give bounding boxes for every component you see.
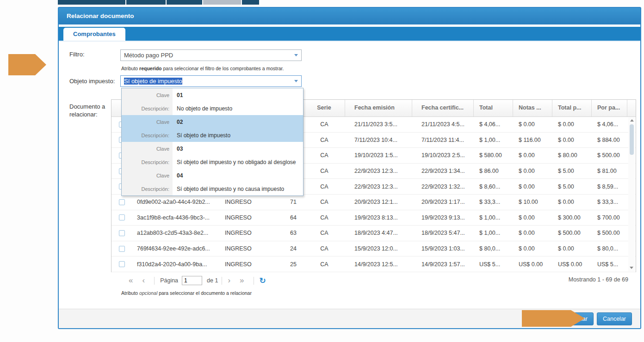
table-row[interactable]: f310d2a4-2020-4a00-9ba...INGRESO25CA14/9… [111,256,636,272]
table-row[interactable]: 769f4634-92ee-492e-adc6...INGRESO24CA15/… [111,241,636,257]
objeto-impuesto-option[interactable]: Clave01Descripción:No objeto de impuesto [122,88,303,115]
option-field-label: Clave [122,115,173,128]
cell-fecha_emision: 15/9/2023 12:0... [345,245,412,252]
page-input[interactable] [182,276,202,285]
option-field-label: Clave [122,88,173,102]
refresh-icon[interactable]: ↻ [260,276,266,286]
cell-notas: $ 116.00 [513,137,552,143]
cell-uuid: 0fd9e002-a2a0-44c4-92b2... [132,199,220,205]
option-field-label: Descripción: [122,102,173,115]
documento-help-text: Atributo opcional para seleccionar el do… [121,290,252,296]
scrollbar-up-icon[interactable] [630,119,634,122]
cell-notas: $ 0.00 [513,152,552,159]
cell-notas: $ 0.00 [513,121,552,128]
option-field-label: Clave [122,169,173,182]
screen: Relacionar documento Comprobantes Filtro… [0,0,644,342]
prev-page-button[interactable]: ‹ [142,276,145,285]
table-row[interactable]: 0fd9e002-a2a0-44c4-92b2...INGRESO71CA20/… [111,195,636,210]
objeto-impuesto-combobox[interactable]: Sí objeto de impuesto [120,75,302,87]
header-cell[interactable]: Serie [303,100,345,116]
header-cell[interactable]: Por pa... [592,100,627,116]
background-tab-segment [167,0,202,5]
option-field-label: Descripción: [122,182,173,195]
cell-fecha_emision: 22/9/2023 12:3... [345,183,412,190]
table-row[interactable]: 3ac1f9b8-ecfa-4436-9bc3-...INGRESO64CA19… [111,210,636,226]
cell-tipo: INGRESO [220,214,266,221]
option-row: Clave03 [122,142,303,155]
cell-total_pagado: $ 5.00 [552,183,592,190]
chevron-down-icon[interactable] [291,76,301,86]
cell-checkbox [111,214,132,220]
option-clave-value: 02 [173,119,183,125]
cell-fecha_emision: 19/10/2023 1:5... [345,152,412,159]
scrollbar-thumb[interactable] [630,124,634,155]
cell-fecha_emision: 20/9/2023 12:1... [345,199,412,205]
option-descripcion-value: Sí objeto de impuesto [173,132,230,139]
cell-total: $ 580.00 [474,152,513,159]
last-page-button[interactable]: » [240,276,244,285]
scrollbar-down-icon[interactable] [630,267,633,269]
cell-notas: $ 0.00 [513,183,552,190]
filtro-combobox[interactable]: Método pago PPD [120,49,302,61]
cell-serie: CA [303,183,345,190]
tab-comprobantes[interactable]: Comprobantes [63,28,125,41]
objeto-impuesto-option[interactable]: Clave03Descripción:Sí objeto del impuest… [122,142,303,169]
cell-serie: CA [303,199,345,205]
cell-uuid: f310d2a4-2020-4a00-9ba... [132,261,220,268]
header-cell[interactable]: Fecha certific... [412,100,474,116]
cell-serie: CA [303,168,345,174]
option-row: Descripción:No objeto de impuesto [122,102,303,115]
cell-notas: US$ 0.00 [513,261,552,268]
cell-total_pagado: US$ 0.00 [552,261,592,268]
cell-tipo: INGRESO [220,245,266,252]
cell-total: $ 33,3... [474,199,513,205]
cancelar-button[interactable]: Cancelar [597,312,632,325]
cell-fecha_cert: 14/9/2023 1:57... [412,261,474,268]
cell-tipo: INGRESO [220,199,266,205]
option-row: Clave04 [122,169,303,182]
first-page-button[interactable]: « [129,276,133,285]
cell-por_pagar: $ 4,06... [592,121,627,128]
cell-serie: CA [303,230,345,236]
table-row[interactable]: a12ab803-c2d5-43a3-8e2...INGRESO63CA18/9… [111,226,636,241]
toolbar-separator [154,277,155,285]
chevron-down-icon[interactable] [291,50,301,61]
cell-por_pagar: $ 8,59... [592,183,627,190]
cell-uuid: 3ac1f9b8-ecfa-4436-9bc3-... [132,214,220,221]
option-descripcion-value: Sí objeto del impuesto y no obligado al … [173,159,296,165]
row-checkbox[interactable] [119,199,125,205]
dialog-title: Relacionar documento [67,12,134,19]
row-checkbox[interactable] [119,214,125,220]
mostrando-text: Mostrando 1 - 69 de 69 [569,276,628,283]
cell-total_pagado: $ 300.00 [552,214,592,221]
header-cell[interactable]: Notas ... [513,100,552,116]
cell-serie: CA [303,121,345,128]
filtro-help-text: Atributo requerido para seleccionar el f… [121,66,284,71]
header-cell[interactable]: Total [474,100,513,116]
objeto-impuesto-option[interactable]: Clave02Descripción:Sí objeto de impuesto [122,115,303,142]
header-cell[interactable]: Total p... [552,100,592,116]
row-checkbox[interactable] [119,246,125,252]
cell-folio: 63 [266,230,303,236]
header-cell[interactable]: Fecha emisión [345,100,412,116]
cell-notas: $ 0.00 [513,168,552,174]
cell-por_pagar: $ 884.00 [592,137,627,143]
cell-serie: CA [303,152,345,159]
objeto-impuesto-option[interactable]: Clave04Descripción:Sí objeto del impuest… [122,169,303,195]
cell-total: $ 1,00... [474,137,513,143]
row-checkbox[interactable] [119,261,125,267]
cell-por_pagar: $ 500.00 [592,152,627,159]
documento-label: Documento a relacionar: [69,103,114,118]
row-checkbox[interactable] [119,230,125,236]
cell-notas: $ 0.00 [513,245,552,252]
table-scrollbar[interactable] [628,117,635,271]
cell-total_pagado: $ 0.00 [552,245,592,252]
cell-total_pagado: $ 500.00 [552,230,592,236]
option-clave-value: 04 [173,172,183,179]
option-descripcion-value: No objeto de impuesto [173,105,232,112]
cell-folio: 71 [266,199,303,205]
option-field-label: Descripción: [122,155,173,169]
next-page-button[interactable]: › [228,276,230,285]
option-row: Descripción:Sí objeto del impuesto y no … [122,155,303,169]
cell-fecha_cert: 18/9/2023 5:47... [412,230,474,236]
